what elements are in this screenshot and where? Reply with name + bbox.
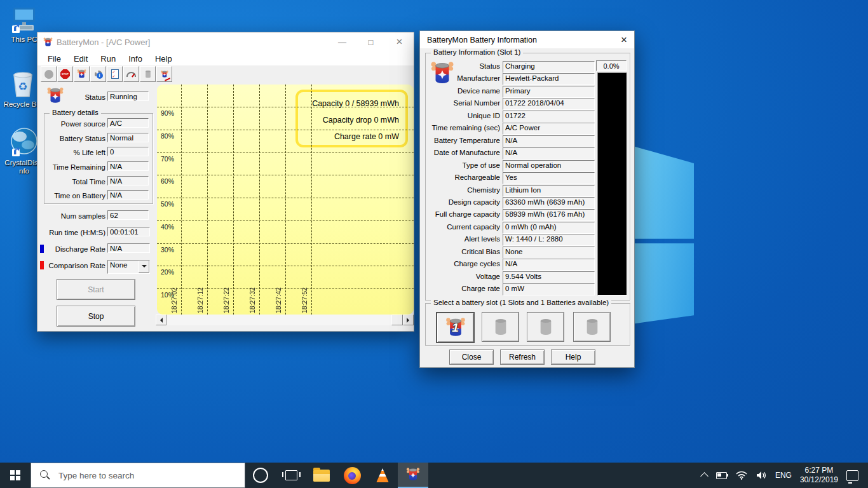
detail-value[interactable]: Normal bbox=[107, 133, 149, 142]
field-value[interactable]: Yes bbox=[503, 172, 595, 184]
battery-gray-icon bbox=[536, 316, 555, 338]
field-label: Device name bbox=[424, 87, 500, 95]
vlc-button[interactable] bbox=[367, 463, 398, 488]
tray-expand-button[interactable] bbox=[697, 463, 712, 488]
battery-slot-1-button[interactable]: 1 bbox=[436, 312, 475, 343]
menu-edit[interactable]: Edit bbox=[67, 54, 94, 64]
field-label: Voltage bbox=[424, 273, 500, 280]
field-value[interactable]: W: 1440 / L: 2880 bbox=[503, 234, 595, 246]
menu-run[interactable]: Run bbox=[94, 54, 122, 64]
refresh-button[interactable]: Refresh bbox=[500, 349, 545, 365]
field-value[interactable]: None bbox=[503, 247, 595, 259]
detail-value[interactable]: A/C bbox=[107, 118, 149, 128]
menu-help[interactable]: Help bbox=[149, 54, 179, 64]
field-value[interactable]: N/A bbox=[503, 147, 595, 159]
detail-value[interactable]: N/A bbox=[107, 176, 149, 186]
x-axis-label: 18:27:12 bbox=[196, 273, 204, 313]
detail-value[interactable]: N/A bbox=[107, 190, 149, 200]
gear-info-icon[interactable]: i bbox=[90, 66, 106, 82]
battery-slot-4-button[interactable] bbox=[573, 312, 611, 342]
language-indicator[interactable]: ENG bbox=[771, 463, 796, 488]
help-button[interactable]: Help bbox=[551, 349, 595, 365]
field-label: Status bbox=[424, 62, 500, 70]
task-view-icon bbox=[285, 470, 297, 480]
field-label: Charge rate bbox=[424, 285, 500, 292]
run-time-value[interactable]: 00:01:01 bbox=[107, 227, 150, 236]
x-axis-label: 18:27:32 bbox=[248, 273, 256, 313]
menu-file[interactable]: File bbox=[41, 54, 67, 64]
scroll-left-icon[interactable] bbox=[156, 315, 166, 325]
cortana-button[interactable] bbox=[245, 463, 276, 488]
field-value[interactable]: 01722 2018/04/04 bbox=[503, 98, 595, 110]
maximize-button[interactable]: □ bbox=[356, 32, 385, 51]
y-axis-label: 90% bbox=[161, 109, 174, 117]
close-button[interactable]: Close bbox=[449, 349, 494, 365]
chevron-down-icon[interactable] bbox=[139, 261, 149, 273]
field-value[interactable]: Charging bbox=[503, 61, 595, 73]
field-value[interactable]: Lithium Ion bbox=[503, 185, 595, 197]
search-input[interactable] bbox=[57, 470, 219, 481]
field-value[interactable]: Primary bbox=[503, 86, 595, 98]
field-value[interactable]: 01722 bbox=[503, 111, 595, 123]
field-value[interactable]: 9.544 Volts bbox=[503, 271, 595, 283]
file-explorer-button[interactable] bbox=[306, 463, 337, 488]
field-value[interactable]: 0 mW bbox=[503, 283, 595, 295]
taskbar-search[interactable] bbox=[31, 463, 245, 488]
battery-slot-2-button[interactable] bbox=[482, 312, 519, 342]
battery-slot-group-title: Select a battery slot (1 Slots and 1 Bat… bbox=[431, 299, 611, 306]
menu-info[interactable]: Info bbox=[122, 54, 149, 64]
scroll-right-icon[interactable] bbox=[403, 315, 414, 325]
field-value[interactable]: 58939 mWh (6176 mAh) bbox=[503, 209, 595, 221]
field-value[interactable]: Normal operation bbox=[503, 160, 595, 172]
field-label: Battery Temperature bbox=[424, 137, 500, 144]
field-value[interactable]: A/C Power bbox=[503, 123, 595, 135]
battery-status-button[interactable] bbox=[712, 463, 731, 488]
batterymon-icon[interactable] bbox=[74, 66, 90, 82]
detail-label: Time on Battery bbox=[43, 192, 105, 200]
dialog-close-icon[interactable]: × bbox=[614, 31, 634, 48]
battery-gray-icon[interactable] bbox=[140, 66, 156, 82]
field-label: Manufacturer bbox=[424, 74, 500, 82]
stop-icon[interactable]: STOP bbox=[57, 66, 73, 82]
batterymon-icon bbox=[406, 466, 420, 483]
comparison-rate-label: Comparison Rate bbox=[43, 262, 105, 269]
start-button[interactable] bbox=[0, 463, 31, 488]
action-center-button[interactable] bbox=[842, 463, 863, 488]
field-value[interactable]: N/A bbox=[503, 135, 595, 147]
scrollbar-thumb[interactable] bbox=[391, 315, 403, 325]
stop-button[interactable]: Stop bbox=[57, 306, 135, 327]
field-value[interactable]: Hewlett-Packard bbox=[503, 73, 595, 85]
field-label: Design capacity bbox=[424, 198, 500, 206]
detail-label: Time Remaining bbox=[43, 163, 105, 171]
chart-scrollbar[interactable] bbox=[156, 315, 414, 325]
field-value[interactable]: 63360 mWh (6639 mAh) bbox=[503, 197, 595, 209]
status-value[interactable]: Running bbox=[107, 92, 149, 101]
firefox-button[interactable] bbox=[337, 463, 367, 488]
detail-value[interactable]: 0 bbox=[107, 147, 149, 156]
run-time-label: Run time (H:M:S) bbox=[43, 229, 105, 236]
dialog-titlebar[interactable]: BatteryMon Battery Information × bbox=[420, 31, 634, 48]
task-view-button[interactable] bbox=[276, 463, 306, 488]
network-button[interactable] bbox=[731, 463, 752, 488]
battery-chart-icon[interactable] bbox=[156, 66, 172, 82]
field-value[interactable]: N/A bbox=[503, 259, 595, 271]
field-label: Unique ID bbox=[424, 112, 500, 119]
gauge-icon[interactable] bbox=[123, 66, 139, 82]
y-axis-label: 40% bbox=[161, 223, 174, 231]
report-icon[interactable]: ✓✓ bbox=[107, 66, 123, 82]
volume-button[interactable] bbox=[752, 463, 771, 488]
battery-slot-3-button[interactable] bbox=[527, 312, 564, 342]
discharge-rate-value[interactable]: N/A bbox=[107, 243, 150, 253]
clock[interactable]: 6:27 PM 30/12/2019 bbox=[796, 466, 842, 485]
batterymon-taskbar-button[interactable] bbox=[398, 463, 428, 488]
field-value[interactable]: 0 mWh (0 mAh) bbox=[503, 222, 595, 234]
detail-value[interactable]: N/A bbox=[107, 161, 149, 171]
field-label: Current capacity bbox=[424, 223, 500, 231]
close-button[interactable]: × bbox=[385, 32, 414, 51]
minimize-button[interactable]: — bbox=[328, 32, 356, 51]
main-titlebar[interactable]: BatteryMon - [A/C Power] — □ × bbox=[37, 32, 414, 51]
comparison-rate-select[interactable]: None bbox=[107, 260, 150, 274]
dialog-title: BatteryMon Battery Information bbox=[427, 36, 537, 44]
start-button[interactable]: Start bbox=[57, 279, 135, 300]
num-samples-value[interactable]: 62 bbox=[107, 210, 149, 220]
